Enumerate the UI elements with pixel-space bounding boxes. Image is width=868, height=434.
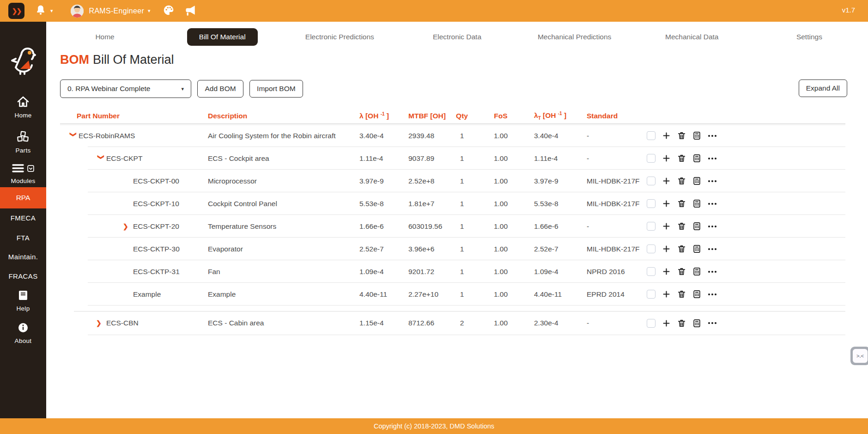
- plus-icon: [662, 199, 671, 208]
- user-avatar[interactable]: [71, 5, 84, 18]
- add-child-button[interactable]: [662, 154, 671, 163]
- delete-row-button[interactable]: [677, 199, 686, 208]
- more-actions-button[interactable]: [708, 157, 717, 160]
- add-child-button[interactable]: [662, 267, 671, 276]
- tab-home[interactable]: Home: [46, 28, 164, 46]
- add-child-button[interactable]: [662, 245, 671, 253]
- description-cell: Example: [194, 290, 346, 299]
- row-expand-chevron-icon[interactable]: ❯: [123, 223, 133, 230]
- delete-row-button[interactable]: [677, 154, 686, 163]
- row-select-checkbox[interactable]: [647, 177, 656, 185]
- add-bom-button[interactable]: Add BOM: [197, 80, 243, 98]
- row-expand-chevron-icon[interactable]: ❯: [70, 131, 77, 141]
- row-select-checkbox[interactable]: [647, 319, 656, 328]
- col-header-lambda: λ [OH -1 ]: [346, 111, 392, 120]
- calculate-row-button[interactable]: [692, 222, 701, 231]
- tab-electronic-predictions[interactable]: Electronic Predictions: [281, 28, 398, 46]
- sidebar-item-help[interactable]: Help: [0, 290, 46, 312]
- app-version: v1.7: [842, 6, 855, 14]
- tab-mechanical-predictions[interactable]: Mechanical Predictions: [516, 28, 633, 46]
- more-actions-button[interactable]: [708, 202, 717, 206]
- more-actions-button[interactable]: [708, 293, 717, 296]
- delete-row-button[interactable]: [677, 290, 686, 299]
- calculate-row-button[interactable]: [692, 319, 701, 328]
- row-select-checkbox[interactable]: [647, 290, 656, 299]
- sidebar-item-fracas[interactable]: FRACAS: [0, 272, 46, 280]
- calculate-row-button[interactable]: [692, 131, 701, 140]
- delete-row-button[interactable]: [677, 245, 686, 253]
- calculate-row-button[interactable]: [692, 199, 701, 208]
- delete-row-button[interactable]: [677, 222, 686, 231]
- bom-table-row[interactable]: ❯ ECS-CKPT-20 Temperature Sensors 1.66e-…: [60, 215, 845, 238]
- bom-table-row[interactable]: ❯ ECS-CKPT-10 Cockpit Control Panel 5.53…: [60, 192, 845, 215]
- delete-row-button[interactable]: [677, 319, 686, 328]
- bom-table-row[interactable]: ❯ Example Example 4.40e-11 2.27e+10 1 1.…: [60, 283, 845, 306]
- delete-row-button[interactable]: [677, 267, 686, 276]
- row-select-checkbox[interactable]: [647, 154, 656, 163]
- announcements-button[interactable]: [183, 4, 197, 18]
- sidebar-item-fmeca[interactable]: FMECA: [0, 214, 46, 222]
- sidebar-item-rpa[interactable]: RPA: [0, 187, 46, 208]
- mtbf-cell: 3.96e+6: [392, 245, 443, 253]
- calculator-icon: [692, 131, 701, 140]
- calculate-row-button[interactable]: [692, 290, 701, 299]
- bom-table-row[interactable]: ❯ ECS-CKTP-30 Evaporator 2.52e-7 3.96e+6…: [60, 238, 845, 260]
- notifications-button[interactable]: ▾: [35, 4, 53, 18]
- bom-table-row[interactable]: ❯ ECS-CBN ECS - Cabin area 1.15e-4 8712.…: [60, 311, 845, 335]
- feedback-widget-button[interactable]: >.<: [850, 347, 868, 365]
- bom-select-dropdown[interactable]: 0. RPA Webinar Complete ▾: [60, 79, 191, 98]
- more-actions-button[interactable]: [708, 134, 717, 138]
- theme-palette-button[interactable]: [163, 4, 175, 18]
- sidebar-item-about[interactable]: About: [0, 322, 46, 344]
- sidebar-item-parts[interactable]: Parts: [0, 131, 46, 154]
- delete-row-button[interactable]: [677, 131, 686, 140]
- col-header-description: Description: [194, 112, 346, 120]
- add-child-button[interactable]: [662, 131, 671, 140]
- add-child-button[interactable]: [662, 222, 671, 231]
- calculate-row-button[interactable]: [692, 154, 701, 163]
- row-select-checkbox[interactable]: [647, 267, 656, 276]
- add-child-button[interactable]: [662, 177, 671, 185]
- row-select-checkbox[interactable]: [647, 199, 656, 208]
- expand-all-button[interactable]: Expand All: [799, 79, 847, 97]
- bom-table-row[interactable]: ❯ ECS-CKPT-00 Microprocessor 3.97e-9 2.5…: [60, 170, 845, 192]
- tab-electronic-data[interactable]: Electronic Data: [398, 28, 516, 46]
- bom-table-row[interactable]: ❯ ECS-RobinRAMS Air Cooling System for t…: [60, 124, 845, 147]
- more-actions-button[interactable]: [708, 270, 717, 274]
- row-expand-chevron-icon[interactable]: ❯: [97, 154, 105, 164]
- sidebar-item-maintain[interactable]: Maintain.: [0, 253, 46, 261]
- sidebar-item-label: FRACAS: [8, 272, 37, 280]
- calculate-row-button[interactable]: [692, 177, 701, 185]
- mtbf-cell: 2.52e+8: [392, 177, 443, 185]
- sidebar-item-home[interactable]: Home: [0, 96, 46, 119]
- calculator-icon: [692, 222, 701, 231]
- row-expand-chevron-icon[interactable]: ❯: [96, 319, 106, 327]
- row-select-checkbox[interactable]: [647, 222, 656, 231]
- add-child-button[interactable]: [662, 319, 671, 328]
- trash-icon: [677, 131, 686, 140]
- sidebar-item-fta[interactable]: FTA: [0, 234, 46, 242]
- bom-table-row[interactable]: ❯ ECS-CKPT ECS - Cockpit area 1.11e-4 90…: [60, 147, 845, 170]
- add-child-button[interactable]: [662, 199, 671, 208]
- delete-row-button[interactable]: [677, 177, 686, 185]
- more-actions-button[interactable]: [708, 179, 717, 183]
- sidebar-item-modules[interactable]: Modules: [0, 163, 46, 184]
- bom-table-row[interactable]: ❯ ECS-CKTP-31 Fan 1.09e-4 9201.72 1 1.00…: [60, 260, 845, 283]
- user-name[interactable]: RAMS-Engineer: [89, 7, 145, 15]
- row-actions: [647, 267, 730, 276]
- add-child-button[interactable]: [662, 290, 671, 299]
- row-select-checkbox[interactable]: [647, 131, 656, 140]
- row-select-checkbox[interactable]: [647, 245, 656, 253]
- more-actions-button[interactable]: [708, 247, 717, 251]
- calculate-row-button[interactable]: [692, 245, 701, 253]
- more-actions-button[interactable]: [708, 321, 717, 325]
- calculate-row-button[interactable]: [692, 267, 701, 276]
- tab-mechanical-data[interactable]: Mechanical Data: [633, 28, 751, 46]
- more-actions-button[interactable]: [708, 225, 717, 228]
- tab-bill-of-material[interactable]: Bill Of Material: [164, 28, 281, 46]
- import-bom-button[interactable]: Import BOM: [249, 80, 303, 98]
- part-number-text: ECS-CKPT-10: [133, 200, 179, 208]
- tab-settings[interactable]: Settings: [751, 28, 868, 46]
- sidebar-collapse-button[interactable]: ❯❯: [8, 3, 24, 19]
- user-menu-caret-icon[interactable]: ▾: [148, 8, 151, 14]
